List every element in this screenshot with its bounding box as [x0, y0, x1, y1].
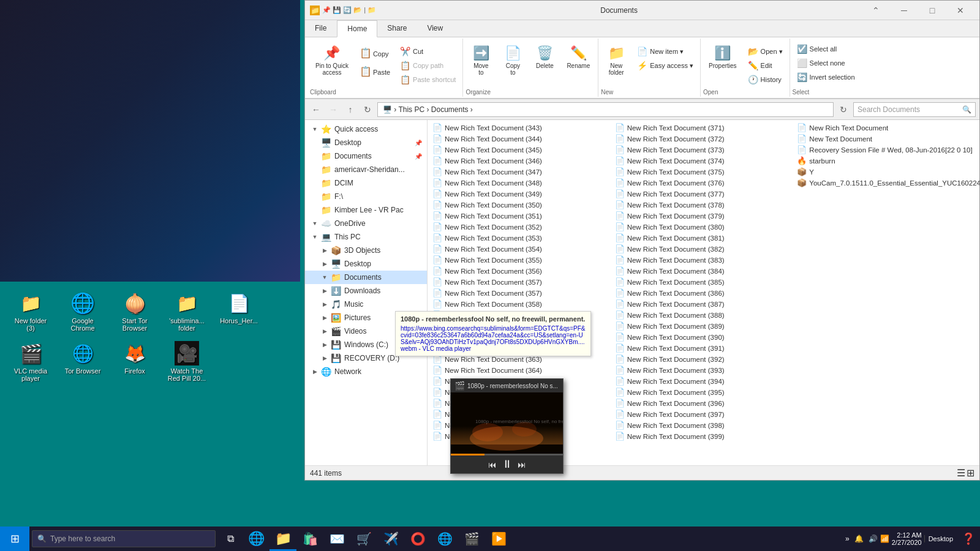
start-button[interactable]: ⊞ [0, 527, 29, 551]
file-item[interactable]: 📄New Rich Text Document (384) [612, 266, 795, 277]
taskbar-tripadvisor[interactable]: ✈️ [377, 527, 404, 551]
copy-to-btn[interactable]: 📄 Copyto [497, 42, 528, 79]
open-btn[interactable]: 📂 Open ▾ [744, 45, 787, 58]
taskbar-ie[interactable]: 🌐 [243, 527, 270, 551]
sidebar-item-quick-access[interactable]: ▼ ⭐ Quick access [305, 122, 427, 136]
file-item[interactable]: 📄New Rich Text Document (346) [430, 156, 612, 167]
sidebar-item-dcim[interactable]: 📁 DCIM [305, 176, 427, 190]
file-item[interactable]: 📄New Rich Text Document (373) [612, 144, 795, 156]
icon-firefox[interactable]: 🦊 Firefox [110, 338, 159, 385]
edit-btn[interactable]: ✏️ Edit [744, 59, 787, 72]
minimize-btn[interactable]: ─ [890, 1, 918, 20]
file-item[interactable]: 📄New Rich Text Document (382) [612, 244, 795, 255]
file-item[interactable]: 📄New Rich Text Document (397) [612, 409, 795, 420]
icon-google-chrome[interactable]: 🌐 Google Chrome [58, 288, 107, 335]
vlc-play-btn[interactable]: ⏸ [502, 458, 513, 471]
sidebar-item-network[interactable]: ▶ 🌐 Network [305, 365, 427, 378]
file-item[interactable]: 📄New Rich Text Document (357) [430, 288, 612, 299]
file-item[interactable]: 📦Y [794, 167, 977, 178]
icon-tor-browser[interactable]: 🌐 Tor Browser [58, 338, 107, 385]
file-item[interactable]: 📄New Rich Text Document (349) [430, 189, 612, 200]
delete-btn[interactable]: 🗑️ Delete [529, 42, 560, 72]
up-btn[interactable]: ↑ [343, 102, 358, 117]
taskbar-store[interactable]: 🛍️ [296, 527, 323, 551]
copy-btn[interactable]: 📋 Copy [355, 45, 394, 62]
icon-start-tor[interactable]: 🧅 Start Tor Browser [110, 288, 159, 335]
tiles-view-btn[interactable]: ⊞ [967, 467, 974, 479]
back-btn[interactable]: ← [309, 102, 323, 117]
taskbar-file-explorer[interactable]: 📁 [270, 527, 296, 551]
help-btn[interactable]: ❓ [962, 532, 975, 545]
file-item[interactable]: 📄New Rich Text Document (386) [612, 288, 795, 299]
search-bar[interactable]: Search Documents 🔍 [853, 102, 976, 117]
close-btn[interactable]: ✕ [946, 1, 974, 20]
tab-file[interactable]: File [305, 20, 337, 37]
icon-horus[interactable]: 📄 Horus_Her... [214, 288, 263, 335]
file-item[interactable]: 📄New Rich Text Document (398) [612, 420, 795, 431]
show-desktop-btn[interactable]: Desktop [924, 535, 957, 542]
file-item[interactable]: 📄New Rich Text Document (383) [612, 255, 795, 266]
tab-view[interactable]: View [417, 20, 453, 37]
file-item[interactable]: 📄New Rich Text Document (393) [612, 365, 795, 376]
vlc-progress-bar[interactable] [451, 454, 563, 455]
sidebar-item-this-pc[interactable]: ▼ 💻 This PC [305, 230, 427, 244]
file-item[interactable]: 📄New Rich Text Document (357) [430, 277, 612, 288]
sidebar-item-kimber[interactable]: 📁 Kimber Lee - VR Pac [305, 203, 427, 217]
rename-btn[interactable]: ✏️ Rename [561, 42, 595, 72]
file-item[interactable]: 📄New Rich Text Document (374) [612, 156, 795, 167]
file-item[interactable]: 📄New Rich Text Document (345) [430, 144, 612, 156]
file-item[interactable]: 📄New Rich Text Document (399) [612, 431, 795, 442]
sidebar-item-documents[interactable]: 📁 Documents 📌 [305, 149, 427, 163]
sidebar-item-documents-pc[interactable]: ▼ 📁 Documents [305, 271, 427, 284]
taskbar-search[interactable]: 🔍 Type here to search [32, 530, 216, 547]
file-item[interactable]: 📄New Rich Text Document (385) [612, 277, 795, 288]
tab-home[interactable]: Home [337, 20, 377, 37]
taskbar-mail[interactable]: ✉️ [323, 527, 350, 551]
icon-subliminal[interactable]: 📁 'sublimina... folder [162, 288, 211, 335]
file-item[interactable]: 📄New Rich Text Document (344) [430, 133, 612, 144]
file-item[interactable]: 📄New Rich Text Document (364) [430, 365, 612, 376]
taskbar-notification-icon[interactable]: 🔔 [854, 534, 864, 543]
file-item[interactable]: 📄New Rich Text Document (379) [612, 211, 795, 222]
taskbar-video-task[interactable]: ▶️ [485, 527, 512, 551]
tab-share[interactable]: Share [377, 20, 417, 37]
pin-quick-access-btn[interactable]: 📌 Pin to Quickaccess [310, 42, 354, 79]
file-item[interactable]: 📄New Rich Text Document (372) [612, 133, 795, 144]
refresh-btn[interactable]: ↻ [360, 102, 375, 117]
file-item[interactable]: 📄New Rich Text Document (376) [612, 178, 795, 189]
sidebar-item-f-drive[interactable]: 📁 F:\ [305, 190, 427, 203]
address-bar[interactable]: 🖥️ › This PC › Documents › [377, 102, 834, 117]
sidebar-item-americavr[interactable]: 📁 americavr-Sheridan... [305, 163, 427, 176]
vlc-prev-btn[interactable]: ⏮ [488, 460, 497, 470]
file-item[interactable]: 📄New Rich Text Document (348) [430, 178, 612, 189]
file-item[interactable]: 📄New Rich Text Document (350) [430, 200, 612, 211]
select-all-btn[interactable]: ☑️ Select all [793, 42, 859, 56]
file-item[interactable]: 📄New Rich Text Document (396) [612, 398, 795, 409]
sidebar-item-onedrive[interactable]: ▼ ☁️ OneDrive [305, 217, 427, 230]
taskbar-vlc-task[interactable]: 🎬 [458, 527, 485, 551]
file-item[interactable]: 📄New Rich Text Document (395) [612, 387, 795, 398]
taskbar-network-icon[interactable]: 📶 [880, 534, 889, 543]
refresh-search-btn[interactable]: ↻ [836, 102, 851, 117]
new-item-btn[interactable]: 📄 New item ▾ [633, 45, 698, 58]
file-item[interactable]: 🔥starburn [794, 156, 977, 167]
vlc-next-btn[interactable]: ⏭ [518, 460, 526, 470]
file-item[interactable]: 📄Recovery Session File # Wed, 08-Jun-201… [794, 144, 977, 156]
expand-btn[interactable]: ⌃ [862, 1, 890, 20]
file-item[interactable]: 📄New Rich Text Document (356) [430, 266, 612, 277]
file-item[interactable]: 📄New Rich Text Document (394) [612, 376, 795, 387]
sidebar-item-music[interactable]: ▶ 🎵 Music [305, 298, 427, 311]
file-item[interactable]: 📄New Rich Text Document (351) [430, 211, 612, 222]
file-item[interactable]: 📄New Rich Text Document (391) [612, 343, 795, 354]
sidebar-item-desktop-pc[interactable]: ▶ 🖥️ Desktop [305, 257, 427, 271]
select-none-btn[interactable]: ⬜ Select none [793, 56, 859, 70]
file-item[interactable]: 📄New Rich Text Document (378) [612, 200, 795, 211]
icon-watch-red-pill[interactable]: 🎥 Watch The Red Pill 20... [162, 338, 211, 385]
history-btn[interactable]: 🕐 History [744, 73, 787, 86]
sidebar-item-3d-objects[interactable]: ▶ 📦 3D Objects [305, 244, 427, 257]
sidebar-item-downloads[interactable]: ▶ ⬇️ Downloads [305, 284, 427, 298]
cut-btn[interactable]: ✂️ Cut [396, 45, 460, 58]
new-folder-ribbon-btn[interactable]: 📁 Newfolder [601, 42, 631, 79]
taskbar-volume-icon[interactable]: 🔊 [869, 534, 878, 543]
file-item[interactable]: 📄New Rich Text Document (354) [430, 244, 612, 255]
